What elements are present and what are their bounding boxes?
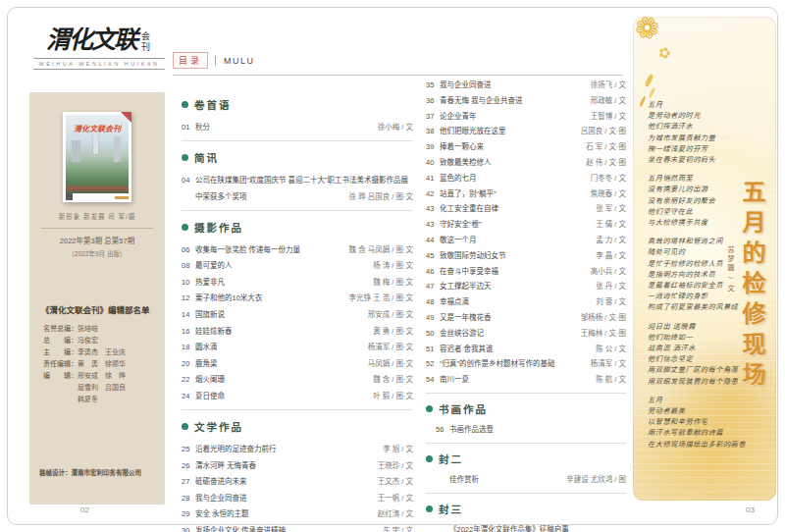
entry-page: 24 — [182, 392, 195, 400]
toc-entry: 04公司在陕煤集团“欢度国庆节 喜迎二十大”职工书法美术摄影作品展 — [182, 174, 413, 185]
entry-page: 52 — [426, 359, 440, 368]
board-role: 编 辑： — [43, 372, 78, 379]
entry-title: 栗子和他的10米大衣 — [195, 292, 349, 302]
poem-line: 坐在春末夏初的肩头 — [648, 154, 746, 165]
entry-author: 赵 伟 / 文·图 — [586, 156, 626, 167]
entry-page: 29 — [182, 509, 195, 518]
poem-line — [648, 165, 746, 173]
page-number-left: 02 — [80, 505, 89, 514]
entry-page: 28 — [182, 494, 195, 503]
editorial-board-row: 总 编：冯俊宏 — [43, 335, 165, 346]
entry-title: 南川一夏 — [440, 373, 596, 384]
board-names: 李勇杰 王业庆 — [78, 348, 126, 355]
poem-line: 劳动者最美 — [648, 405, 746, 416]
page-number-right: 03 — [746, 505, 755, 514]
entry-author: 辛建设 尤欣鸿 / 图 — [566, 473, 626, 484]
bullet-dot-icon — [182, 224, 188, 231]
sidebar-panel: 渭化文联会刊 新形象 新发展 司 军/摄 2022年第3期 总第57期 （202… — [29, 92, 165, 505]
toc-small-section: 封二 佳作赏析辛建设 尤欣鸿 / 图 — [426, 452, 626, 494]
section-heading-text: 书画作品 — [439, 401, 488, 416]
toc-entry: 43化工安全重在自律张 军 / 文 — [426, 202, 626, 213]
entry-page: 51 — [426, 345, 440, 353]
entry-author: 李 旭 / 文 — [383, 443, 413, 453]
entry-page: 16 — [182, 327, 195, 336]
entry-author: 杨清军 / 文 — [591, 357, 626, 368]
toc-entry: 27砥砺奋进向未来王文杰 / 文 — [182, 475, 413, 486]
entry-title: 夏日使命 — [195, 390, 373, 400]
entry-page: 12 — [182, 293, 195, 302]
toc-entry: 35我与企业同奋进徐扬飞 / 文 — [426, 79, 626, 89]
entry-title: 我与企业同奋进 — [440, 79, 591, 89]
section-heading: 卷首语 — [182, 97, 413, 112]
toc-entry: 30发扬企业文化 传承奋进精神车 宇 / 文 — [182, 524, 413, 532]
entry-author: 徐 晔 吕国良 / 图·文 — [349, 190, 413, 201]
entry-page: 41 — [426, 174, 440, 183]
entry-page: 08 — [182, 261, 195, 270]
section-items: 01秋分徐小梅 / 文 — [182, 121, 413, 132]
entry-title: 发扬企业文化 传承奋进精神 — [195, 524, 383, 532]
entry-title: 最可爱的人 — [195, 259, 373, 270]
section-items: 06收集每一张笑脸 传递每一份力量魏 含 马凤娟 / 图·文 08最可爱的人杨 … — [182, 243, 413, 400]
board-names: 张培岐 — [78, 325, 98, 332]
cover-building-shape — [72, 140, 80, 162]
toc-entry: 51容迟者 舍我其谁陈 公 / 文 — [426, 343, 626, 353]
poem-author: 苏梦圆 / 文 — [725, 246, 735, 293]
toc-entry: 49又是一年槐花香邹杨杨 / 文·图 — [426, 311, 626, 322]
entry-page: 48 — [426, 297, 440, 306]
toc-entry: 《2022年渭化文联作品集》征稿启事 — [426, 523, 626, 532]
toc-entry: 14国旗新说邢安成 / 图·文 — [182, 308, 413, 319]
section-heading-text: 摄影作品 — [194, 220, 243, 235]
entry-page: 50 — [426, 329, 440, 338]
magazine-logo: 渭化文联 会刊 WEIHUA WENLIAN HUIKAN — [33, 26, 165, 70]
entry-title: 化工安全重在自律 — [440, 202, 596, 213]
entry-title: 守好安全“根” — [440, 218, 596, 229]
section-divider — [426, 393, 626, 394]
section-items: 《2022年渭化文联作品集》征稿启事 — [426, 523, 626, 532]
toc-entry: 42站直了，别“躺平”焦晓春 / 文 — [426, 187, 626, 198]
entry-title: 青春无悔 我与企业共奋进 — [440, 94, 591, 105]
entry-title: 收集每一张笑脸 传递每一份力量 — [195, 243, 349, 254]
toc-entry: 24夏日使命叶 毅 / 图·文 — [182, 390, 413, 400]
toc-entry: 12栗子和他的10米大衣李光铮 王 浩 / 图·文 — [182, 292, 413, 302]
entry-title: 国旗新说 — [195, 308, 368, 319]
entry-page: 43 — [426, 204, 440, 213]
entry-author: 魏 含 / 图·文 — [373, 373, 413, 384]
entry-page: 22 — [182, 375, 195, 384]
editorial-board-row: 韩夏冬 — [43, 394, 165, 405]
toc-entry: 20鹿角梁马凤娟 / 图·文 — [182, 357, 413, 368]
entry-author: 徐扬飞 / 文 — [591, 79, 626, 89]
toc-entry: 38他们把眼光放在这里吕国良 / 文·图 — [426, 125, 626, 135]
entry-title: 致敬最美检修人 — [440, 156, 586, 167]
entry-title: 安全 永恒的主题 — [195, 507, 378, 518]
entry-title: 论企业青年 — [440, 110, 591, 121]
poem-page: ❁ ✿ 五月 是劳动者的时光 他们挥洒汗水 为城市发展贡献力量 掬一缕浅夏的芬芳… — [633, 17, 776, 501]
toc-entry: 10热爱非凡魏 梅 / 图·文 — [182, 276, 413, 287]
entry-title: 书画作品选登 — [449, 423, 626, 434]
entry-page: 10 — [182, 278, 195, 287]
entry-page: 27 — [182, 477, 195, 486]
entry-author: 车 宇 / 文 — [383, 524, 413, 532]
toc-entry: 47女工撑起半边天张 丹 / 文 — [426, 280, 626, 291]
toc-entry: 40致敬最美检修人赵 伟 / 文·图 — [426, 156, 626, 167]
entry-author: 张 军 / 文 — [596, 202, 626, 213]
entry-author: 王智博 / 文 — [591, 110, 626, 121]
editorial-board-title: 《渭化文联会刊》编辑部名单 — [41, 303, 165, 315]
entry-author: 魏 含 马凤娟 / 图·文 — [349, 243, 413, 254]
toc-label-cn: 目录 — [173, 52, 208, 69]
section-heading: 文学作品 — [182, 419, 413, 434]
toc-entry: 50金丝峡谷游记王梅林 / 文·图 — [426, 327, 626, 338]
section-heading-text: 封二 — [439, 452, 463, 466]
poem-line: 是劳动者的时光 — [648, 110, 746, 121]
entry-title: 站直了，别“躺平” — [440, 187, 591, 198]
entry-page: 44 — [426, 236, 440, 244]
logo-subtitle: 会刊 — [139, 31, 152, 53]
entry-author: 王一帆 / 文 — [378, 492, 413, 503]
toc-entry: 48幸福点滴刘 蓉 / 文 — [426, 295, 626, 306]
publish-date: （2022年9月 出版） — [29, 248, 165, 258]
section-divider — [182, 140, 413, 141]
poem-line: 与大检修携手共度 — [648, 217, 746, 228]
toc-entry: 08最可爱的人杨 涛 / 图·文 — [182, 259, 413, 270]
section-items: 04公司在陕煤集团“欢度国庆节 喜迎二十大”职工书法美术摄影作品展 中荣获多个奖… — [182, 174, 413, 201]
entry-title: 中荣获多个奖项 — [195, 190, 349, 201]
poem-line: 五月 — [648, 395, 746, 405]
